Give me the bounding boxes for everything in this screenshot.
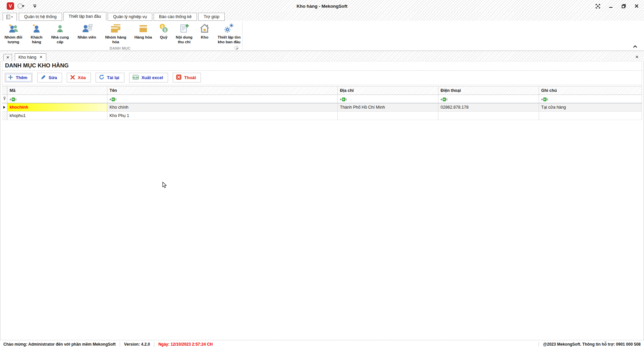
plus-icon (8, 75, 13, 81)
group-expand-button[interactable] (234, 46, 238, 50)
ribbon-item-label: Nhóm hàng hóa (103, 35, 128, 44)
document-tab-kho-hang[interactable]: Kho hàng ✕ (15, 53, 46, 61)
button-label: Xuất excel (142, 75, 163, 80)
ribbon-group-separator (242, 22, 243, 49)
close-document-button[interactable]: ✕ (3, 54, 12, 61)
abc-filter-icon: ABC (110, 98, 117, 101)
ribbon-item-label: Nhân viên (75, 35, 99, 40)
cell-ten[interactable]: Kho Phụ 1 (107, 112, 337, 120)
exit-button[interactable]: Thoát (173, 73, 201, 82)
cell-dien-thoai[interactable] (438, 112, 539, 120)
ribbon-tab-tro-giup[interactable]: Trợ giúp (198, 13, 225, 21)
minimize-button[interactable] (609, 4, 613, 8)
ribbon-tab-quan-tri-he-thong[interactable]: Quản trị hệ thống (19, 13, 62, 21)
ribbon-group-label: DANH MỤC (0, 46, 240, 50)
ribbon-item-label: Nội dung thu chi (174, 35, 195, 44)
close-button[interactable] (635, 4, 639, 8)
status-welcome: Chào mừng: Administrator đến với phần mề… (3, 342, 116, 347)
ribbon-item-nha-cung-cap[interactable]: Nhà cung cấp (48, 22, 72, 45)
status-divider (539, 342, 539, 347)
reload-button[interactable]: Tải lại (96, 73, 124, 82)
column-header-ghi-chu[interactable]: Ghi chú (539, 86, 642, 95)
table-row[interactable]: khophu1 Kho Phụ 1 (2, 112, 642, 120)
ribbon-item-kho[interactable]: Kho (197, 22, 212, 41)
cell-ten[interactable]: Kho chính (107, 103, 337, 112)
excel-icon: XLSX (132, 75, 139, 81)
ribbon-tab-thiet-lap-ban-dau[interactable]: Thiết lập ban đầu (63, 12, 107, 21)
ribbon-item-quy[interactable]: € $ Quỹ (156, 22, 171, 41)
warehouse-icon (199, 22, 210, 35)
button-label: Xóa (78, 75, 86, 80)
cell-dien-thoai[interactable]: 02862.878.178 (438, 103, 539, 112)
button-label: Sửa (49, 75, 57, 80)
ribbon-item-noi-dung-thu-chi[interactable]: Nội dung thu chi (172, 22, 196, 45)
cell-dia-chi[interactable]: Thành Phố Hồ Chí Minh (337, 103, 438, 112)
export-excel-button[interactable]: XLSX Xuất excel (129, 73, 168, 82)
app-logo-icon: V (7, 2, 14, 10)
button-label: Tải lại (107, 75, 119, 80)
customer-icon (31, 22, 42, 35)
quick-access-toolbar: V (0, 2, 36, 10)
abc-filter-icon: ABC (541, 98, 548, 101)
ribbon-item-label: Khách hàng (28, 35, 45, 44)
column-header-ma[interactable]: Mã (7, 86, 107, 95)
qat-customize-button[interactable] (33, 5, 36, 8)
cell-ma[interactable]: khochinh (7, 103, 107, 112)
abc-filter-icon: ABC (441, 98, 448, 101)
ribbon-tab-quan-ly-nghiep-vu[interactable]: Quản lý nghiệp vụ (108, 13, 152, 21)
ribbon-item-thiet-lap-ton-kho[interactable]: Thiết lập tồn kho ban đầu (213, 22, 245, 45)
cell-ma[interactable]: khophu1 (7, 112, 107, 120)
filter-cell-ma[interactable]: ABC (7, 95, 107, 103)
filter-cell-ten[interactable]: ABC (107, 95, 337, 103)
filter-row-indicator (2, 95, 7, 103)
ribbon-item-khach-hang[interactable]: Khách hàng (26, 22, 47, 45)
row-indicator (2, 112, 7, 120)
edit-button[interactable]: Sửa (37, 73, 62, 82)
tab-close-icon[interactable]: ✕ (40, 55, 43, 59)
table-header-row: Mã Tên Địa chỉ Điện thoại Ghi chú (2, 86, 642, 95)
app-menu-button[interactable] (3, 13, 17, 21)
refresh-icon (99, 74, 104, 81)
table-row[interactable]: khochinh Kho chính Thành Phố Hồ Chí Minh… (2, 103, 642, 112)
ribbon-collapse-button[interactable] (633, 43, 637, 49)
ribbon-item-label: Kho (200, 35, 210, 40)
column-header-ten[interactable]: Tên (107, 86, 337, 95)
ribbon-item-nhan-vien[interactable]: Nhân viên (73, 22, 100, 41)
ribbon-item-nhom-hang-hoa[interactable]: Nhóm hàng hóa (101, 22, 130, 45)
status-bar: Chào mừng: Administrator đến với phần mề… (0, 340, 644, 348)
chevron-down-icon (22, 5, 24, 7)
ribbon-group-danh-muc: Nhóm đối tượng Khách hàng Nhà cung cấp (0, 21, 644, 51)
delete-button[interactable]: Xóa (67, 73, 91, 82)
add-button[interactable]: Thêm (5, 73, 33, 82)
ribbon-item-hang-hoa[interactable]: Hàng hóa (131, 22, 155, 41)
ribbon-tab-bao-cao-thong-ke[interactable]: Báo cáo thống kê (154, 13, 197, 21)
column-header-dia-chi[interactable]: Địa chỉ (337, 86, 438, 95)
ribbon-tab-row: Quản trị hệ thống Thiết lập ban đầu Quản… (0, 12, 644, 21)
qat-record-button[interactable] (17, 3, 24, 9)
button-label: Thêm (16, 75, 28, 80)
cell-ghi-chu[interactable]: Tại cửa hàng (539, 103, 642, 112)
page-title-section: DANH MỤC KHO HÀNG (2, 61, 642, 71)
document-tab-label: Kho hàng (18, 55, 37, 60)
product-icon (138, 22, 149, 35)
mouse-cursor (162, 182, 167, 190)
filter-cell-dien-thoai[interactable]: ABC (438, 95, 539, 103)
filter-cell-dia-chi[interactable]: ABC (337, 95, 438, 103)
toolbar-section: Thêm Sửa Xóa Tải lại XLSX Xuất excel Tho… (2, 71, 642, 85)
title-bar: V Kho hàng - MekongSoft (0, 0, 644, 12)
qat-customize-icon (33, 5, 36, 5)
status-support: @2023 MekongSoft. Thông tin hỗ trợ: 0901… (543, 342, 641, 347)
tabstrip-close-button[interactable]: ✕ (635, 55, 639, 59)
close-icon: ✕ (6, 55, 9, 60)
ribbon-item-label: Thiết lập tồn kho ban đầu (215, 35, 244, 44)
cell-dia-chi[interactable] (337, 112, 438, 120)
cell-ghi-chu[interactable] (539, 112, 642, 120)
restore-button[interactable] (622, 4, 626, 8)
warehouse-page: DANH MỤC KHO HÀNG Thêm Sửa Xóa Tải lại X… (0, 61, 644, 340)
filter-cell-ghi-chu[interactable]: ABC (539, 95, 642, 103)
ribbon-item-nhom-doi-tuong[interactable]: Nhóm đối tượng (1, 22, 25, 45)
fullscreen-button[interactable] (596, 4, 600, 8)
column-header-dien-thoai[interactable]: Điện thoại (438, 86, 539, 95)
svg-text:XLSX: XLSX (133, 76, 139, 78)
page-title: DANH MỤC KHO HÀNG (5, 62, 639, 69)
